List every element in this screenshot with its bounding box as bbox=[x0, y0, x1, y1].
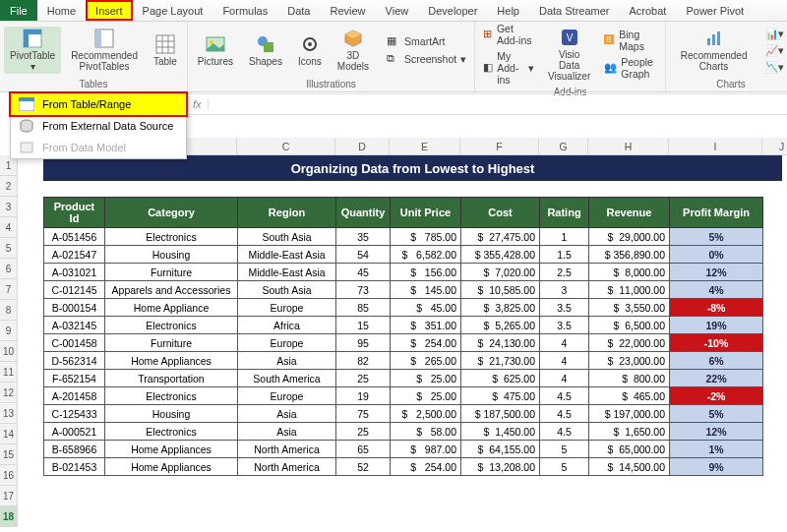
row-header-8[interactable]: 8 bbox=[0, 300, 18, 321]
tab-review[interactable]: Review bbox=[320, 0, 375, 21]
tab-file[interactable]: File bbox=[0, 0, 37, 21]
tab-formulas[interactable]: Formulas bbox=[212, 0, 277, 21]
table-row[interactable]: A-032145ElectronicsAfrica15$ 351.00$ 5,2… bbox=[44, 317, 763, 334]
table-row[interactable]: B-021453Home AppliancesNorth America52$ … bbox=[44, 458, 763, 476]
table-row[interactable]: A-000521ElectronicsAsia25$ 58.00$ 1,450.… bbox=[44, 423, 763, 441]
row-header-3[interactable]: 3 bbox=[0, 197, 18, 217]
table-row[interactable]: F-652154TransportationSouth America25$ 2… bbox=[44, 370, 763, 387]
table-button[interactable]: Table bbox=[148, 32, 183, 69]
col-header-F[interactable]: F bbox=[460, 138, 539, 155]
icons-button[interactable]: Icons bbox=[292, 32, 328, 69]
row-headers: 123456789101112131415161718 bbox=[0, 155, 18, 527]
header-7[interactable]: Revenue bbox=[589, 198, 670, 228]
header-8[interactable]: Profit Margin bbox=[670, 198, 763, 228]
table-row[interactable]: C-012145Apparels and AccessoriesSouth As… bbox=[44, 281, 763, 299]
row-header-2[interactable]: 2 bbox=[0, 176, 18, 197]
row-header-6[interactable]: 6 bbox=[0, 259, 18, 279]
row-header-16[interactable]: 16 bbox=[0, 465, 18, 486]
tab-view[interactable]: View bbox=[376, 0, 419, 21]
tab-page-layout[interactable]: Page Layout bbox=[133, 0, 213, 21]
col-header-I[interactable]: I bbox=[669, 138, 762, 155]
col-header-H[interactable]: H bbox=[588, 138, 669, 155]
tab-home[interactable]: Home bbox=[37, 0, 86, 21]
row-header-15[interactable]: 15 bbox=[0, 444, 18, 465]
pivottable-button[interactable]: PivotTable ▾ bbox=[4, 27, 61, 74]
bing-maps-button[interactable]: 🅱Bing Maps bbox=[600, 28, 661, 53]
shapes-button[interactable]: Shapes bbox=[243, 32, 288, 69]
people-icon: 👥 bbox=[604, 61, 617, 75]
recommended-pivottables-button[interactable]: Recommended PivotTables bbox=[65, 27, 144, 74]
table-row[interactable]: C-125433HousingAsia75$ 2,500.00$ 187,500… bbox=[44, 405, 763, 423]
col-header-C[interactable]: C bbox=[237, 138, 335, 155]
worksheet[interactable]: Organizing Data from Lowest to Highest P… bbox=[18, 155, 787, 476]
visio-button[interactable]: V Visio Data Visualizer bbox=[542, 26, 596, 84]
header-5[interactable]: Cost bbox=[461, 198, 540, 228]
row-header-4[interactable]: 4 bbox=[0, 217, 18, 238]
from-external-item[interactable]: From External Data Source bbox=[11, 115, 186, 137]
table-row[interactable]: A-021547HousingMiddle-East Asia54$ 6,582… bbox=[44, 246, 763, 264]
table-row[interactable]: A-051456ElectronicsSouth Asia35$ 785.00$… bbox=[44, 228, 763, 246]
3d-models-icon bbox=[343, 29, 363, 48]
tab-insert[interactable]: Insert bbox=[86, 0, 133, 21]
col-header-D[interactable]: D bbox=[335, 138, 390, 155]
tab-acrobat[interactable]: Acrobat bbox=[620, 0, 677, 21]
col-header-J[interactable]: J bbox=[762, 138, 787, 155]
screenshot-button[interactable]: ⧉Screenshot ▾ bbox=[383, 51, 470, 67]
get-addins-button[interactable]: ⊞Get Add-ins bbox=[479, 22, 538, 47]
header-2[interactable]: Region bbox=[238, 198, 336, 228]
header-6[interactable]: Rating bbox=[540, 198, 589, 228]
pictures-label: Pictures bbox=[198, 56, 233, 67]
table-icon bbox=[155, 34, 175, 54]
tab-developer[interactable]: Developer bbox=[418, 0, 487, 21]
my-addins-label: My Add-ins bbox=[497, 50, 524, 86]
from-table-label: From Table/Range bbox=[42, 98, 131, 110]
row-header-10[interactable]: 10 bbox=[0, 341, 18, 362]
my-addins-button[interactable]: ◧My Add-ins ▾ bbox=[479, 49, 538, 87]
shapes-label: Shapes bbox=[249, 56, 282, 67]
tab-data[interactable]: Data bbox=[277, 0, 320, 21]
table-row[interactable]: D-562314Home AppliancesAsia82$ 265.00$ 2… bbox=[44, 352, 763, 370]
smartart-icon: ▦ bbox=[387, 34, 400, 48]
get-addins-label: Get Add-ins bbox=[497, 23, 534, 46]
table-row[interactable]: B-658966Home AppliancesNorth America65$ … bbox=[44, 441, 763, 458]
header-1[interactable]: Category bbox=[105, 198, 238, 228]
group-tables-label: Tables bbox=[4, 79, 183, 91]
row-header-14[interactable]: 14 bbox=[0, 424, 18, 444]
header-4[interactable]: Unit Price bbox=[391, 198, 461, 228]
from-model-icon bbox=[19, 141, 34, 154]
people-graph-button[interactable]: 👥People Graph bbox=[600, 55, 661, 81]
row-header-7[interactable]: 7 bbox=[0, 279, 18, 300]
chart-type-1[interactable]: 📊▾ bbox=[761, 27, 787, 41]
formula-input[interactable] bbox=[209, 97, 787, 112]
col-header-G[interactable]: G bbox=[539, 138, 588, 155]
svg-rect-24 bbox=[21, 143, 32, 152]
table-row[interactable]: C-001458FurnitureEurope95$ 254.00$ 24,13… bbox=[44, 334, 763, 352]
chart-type-2[interactable]: 📈▾ bbox=[761, 43, 787, 58]
row-header-11[interactable]: 11 bbox=[0, 362, 18, 383]
svg-point-11 bbox=[210, 40, 213, 44]
tab-power-pivot[interactable]: Power Pivot bbox=[676, 0, 754, 21]
row-header-9[interactable]: 9 bbox=[0, 321, 18, 341]
table-row[interactable]: A-201458ElectronicsEurope19$ 25.00$ 475.… bbox=[44, 387, 763, 405]
svg-rect-19 bbox=[712, 34, 715, 45]
row-header-5[interactable]: 5 bbox=[0, 238, 18, 259]
row-header-12[interactable]: 12 bbox=[0, 383, 18, 403]
row-header-17[interactable]: 17 bbox=[0, 486, 18, 506]
header-3[interactable]: Quantity bbox=[336, 198, 391, 228]
table-row[interactable]: A-031021FurnitureMiddle-East Asia45$ 156… bbox=[44, 264, 763, 281]
pictures-button[interactable]: Pictures bbox=[192, 32, 239, 69]
tab-data-streamer[interactable]: Data Streamer bbox=[529, 0, 620, 21]
from-table-range-item[interactable]: From Table/Range bbox=[9, 91, 188, 117]
smartart-button[interactable]: ▦SmartArt bbox=[383, 33, 470, 49]
3d-models-button[interactable]: 3D Models bbox=[332, 27, 375, 74]
tab-help[interactable]: Help bbox=[487, 0, 529, 21]
fx-icon[interactable]: fx bbox=[187, 98, 209, 110]
chart-type-3[interactable]: 📉▾ bbox=[761, 60, 787, 75]
col-header-E[interactable]: E bbox=[390, 138, 460, 155]
table-row[interactable]: B-000154Home ApplianceEurope85$ 45.00$ 3… bbox=[44, 299, 763, 317]
recommended-charts-button[interactable]: Recommended Charts bbox=[670, 27, 757, 74]
header-0[interactable]: Product Id bbox=[44, 198, 105, 228]
row-header-18[interactable]: 18 bbox=[0, 506, 18, 527]
row-header-13[interactable]: 13 bbox=[0, 403, 18, 424]
pictures-icon bbox=[206, 34, 225, 54]
